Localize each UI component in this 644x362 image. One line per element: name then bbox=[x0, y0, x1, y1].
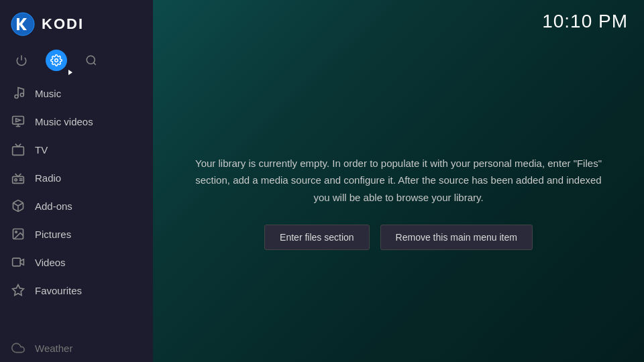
svg-marker-9 bbox=[16, 119, 21, 122]
remove-menu-item-button[interactable]: Remove this main menu item bbox=[380, 225, 533, 250]
top-bar: 10:10 PM bbox=[153, 0, 644, 43]
sidebar: KODI bbox=[0, 0, 153, 362]
svg-point-3 bbox=[55, 59, 58, 62]
settings-button[interactable] bbox=[46, 50, 67, 71]
svg-point-0 bbox=[11, 13, 34, 36]
svg-marker-22 bbox=[13, 285, 24, 296]
star-icon bbox=[11, 283, 25, 298]
addons-icon bbox=[11, 198, 25, 213]
sidebar-bottom: Weather bbox=[0, 334, 153, 362]
app-title: KODI bbox=[42, 15, 84, 33]
sidebar-item-videos[interactable]: Videos bbox=[0, 248, 153, 276]
svg-point-19 bbox=[15, 231, 17, 233]
sidebar-item-music-videos-label: Music videos bbox=[35, 116, 93, 127]
svg-rect-12 bbox=[13, 147, 24, 156]
pictures-icon bbox=[11, 227, 25, 241]
sidebar-action-icons bbox=[0, 47, 153, 79]
sidebar-item-radio-label: Radio bbox=[35, 172, 61, 184]
radio-icon bbox=[11, 170, 25, 185]
sidebar-item-weather[interactable]: Weather bbox=[0, 334, 153, 362]
svg-line-5 bbox=[93, 62, 95, 64]
svg-rect-8 bbox=[13, 117, 24, 125]
svg-point-14 bbox=[15, 179, 17, 181]
sidebar-item-radio[interactable]: Radio bbox=[0, 164, 153, 192]
sidebar-item-pictures[interactable]: Pictures bbox=[0, 220, 153, 248]
action-buttons: Enter files section Remove this main men… bbox=[264, 225, 533, 250]
sidebar-item-pictures-label: Pictures bbox=[35, 229, 71, 240]
videos-icon bbox=[11, 255, 25, 269]
music-icon bbox=[11, 86, 25, 101]
content-area: Your library is currently empty. In orde… bbox=[153, 43, 644, 362]
svg-marker-21 bbox=[20, 259, 23, 265]
sidebar-item-music-videos[interactable]: Music videos bbox=[0, 107, 153, 135]
music-video-icon bbox=[11, 114, 25, 129]
weather-icon bbox=[11, 341, 25, 355]
power-button[interactable] bbox=[11, 50, 32, 71]
sidebar-item-tv[interactable]: TV bbox=[0, 135, 153, 164]
enter-files-button[interactable]: Enter files section bbox=[264, 225, 370, 250]
sidebar-menu: Music Music videos TV bbox=[0, 79, 153, 334]
main-content: 10:10 PM Your library is currently empty… bbox=[153, 0, 644, 362]
sidebar-item-music-label: Music bbox=[35, 88, 61, 99]
svg-rect-20 bbox=[13, 258, 21, 266]
sidebar-item-weather-label: Weather bbox=[35, 343, 72, 354]
sidebar-item-tv-label: TV bbox=[35, 144, 48, 156]
sidebar-header: KODI bbox=[0, 0, 153, 47]
search-button[interactable] bbox=[80, 50, 102, 71]
sidebar-item-addons[interactable]: Add-ons bbox=[0, 192, 153, 220]
kodi-logo bbox=[11, 12, 35, 36]
tv-icon bbox=[11, 142, 25, 157]
sidebar-item-favourites[interactable]: Favourites bbox=[0, 276, 153, 304]
sidebar-item-videos-label: Videos bbox=[35, 257, 66, 268]
sidebar-item-music[interactable]: Music bbox=[0, 79, 153, 107]
sidebar-item-favourites-label: Favourites bbox=[35, 285, 82, 296]
sidebar-item-addons-label: Add-ons bbox=[35, 200, 72, 212]
library-info-text: Your library is currently empty. In orde… bbox=[193, 155, 604, 206]
clock-display: 10:10 PM bbox=[542, 11, 628, 32]
svg-point-4 bbox=[87, 56, 95, 64]
